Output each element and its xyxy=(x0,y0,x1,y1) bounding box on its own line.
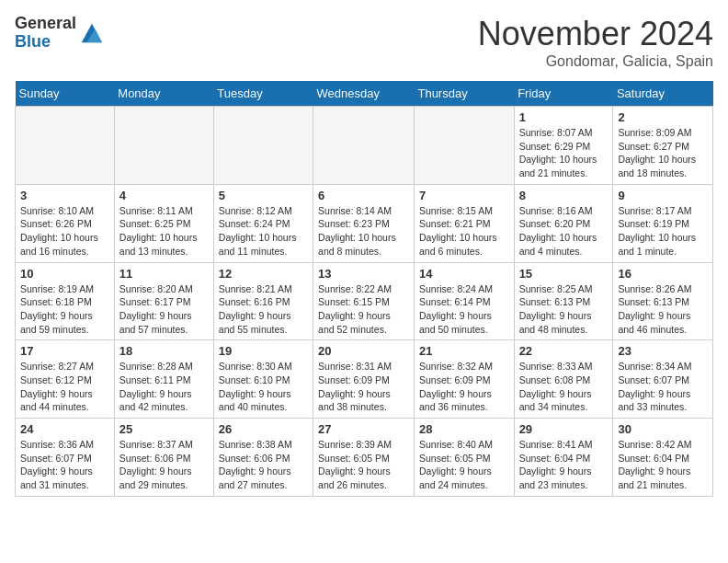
day-number: 12 xyxy=(219,267,308,281)
day-info: Sunrise: 8:11 AMSunset: 6:25 PMDaylight:… xyxy=(119,204,209,259)
day-number: 1 xyxy=(519,110,609,124)
day-info: Sunrise: 8:37 AMSunset: 6:06 PMDaylight:… xyxy=(119,438,209,492)
day-number: 17 xyxy=(20,344,109,358)
calendar-cell: 6Sunrise: 8:14 AMSunset: 6:23 PMDaylight… xyxy=(313,184,415,262)
calendar-cell: 25Sunrise: 8:37 AMSunset: 6:06 PMDayligh… xyxy=(114,419,213,497)
day-number: 18 xyxy=(119,344,209,358)
calendar-cell: 24Sunrise: 8:36 AMSunset: 6:07 PMDayligh… xyxy=(16,419,115,497)
calendar-cell: 22Sunrise: 8:33 AMSunset: 6:08 PMDayligh… xyxy=(514,340,613,419)
calendar-cell xyxy=(313,107,415,185)
day-number: 4 xyxy=(119,189,209,202)
month-title: November 2024 xyxy=(478,15,713,53)
calendar-cell: 28Sunrise: 8:40 AMSunset: 6:05 PMDayligh… xyxy=(414,419,514,497)
calendar-cell: 9Sunrise: 8:17 AMSunset: 6:19 PMDaylight… xyxy=(613,184,713,262)
day-info: Sunrise: 8:25 AMSunset: 6:13 PMDaylight:… xyxy=(519,282,609,337)
calendar-cell: 5Sunrise: 8:12 AMSunset: 6:24 PMDaylight… xyxy=(213,184,313,262)
calendar-cell: 16Sunrise: 8:26 AMSunset: 6:13 PMDayligh… xyxy=(613,262,713,340)
day-info: Sunrise: 8:28 AMSunset: 6:11 PMDaylight:… xyxy=(119,360,209,414)
day-number: 13 xyxy=(318,267,409,281)
calendar-cell: 10Sunrise: 8:19 AMSunset: 6:18 PMDayligh… xyxy=(16,262,115,340)
calendar-week-2: 3Sunrise: 8:10 AMSunset: 6:26 PMDaylight… xyxy=(16,184,713,262)
day-number: 2 xyxy=(618,110,708,124)
logo-general: General xyxy=(15,15,76,33)
day-number: 27 xyxy=(318,422,409,436)
calendar-cell xyxy=(114,107,213,185)
day-number: 14 xyxy=(419,267,509,281)
day-info: Sunrise: 8:41 AMSunset: 6:04 PMDaylight:… xyxy=(519,438,609,492)
weekday-header-sunday: Sunday xyxy=(16,81,115,107)
day-number: 24 xyxy=(20,422,109,436)
day-info: Sunrise: 8:07 AMSunset: 6:29 PMDaylight:… xyxy=(519,126,609,180)
logo: General Blue xyxy=(15,15,104,52)
calendar-cell: 7Sunrise: 8:15 AMSunset: 6:21 PMDaylight… xyxy=(414,184,514,262)
day-number: 26 xyxy=(219,422,308,436)
calendar-cell: 2Sunrise: 8:09 AMSunset: 6:27 PMDaylight… xyxy=(613,107,713,185)
day-info: Sunrise: 8:10 AMSunset: 6:26 PMDaylight:… xyxy=(20,204,109,259)
weekday-header-saturday: Saturday xyxy=(613,81,713,107)
day-info: Sunrise: 8:40 AMSunset: 6:05 PMDaylight:… xyxy=(419,438,509,492)
day-number: 19 xyxy=(219,344,308,358)
day-info: Sunrise: 8:33 AMSunset: 6:08 PMDaylight:… xyxy=(519,360,609,414)
calendar-cell: 30Sunrise: 8:42 AMSunset: 6:04 PMDayligh… xyxy=(613,419,713,497)
location: Gondomar, Galicia, Spain xyxy=(478,53,713,70)
day-info: Sunrise: 8:39 AMSunset: 6:05 PMDaylight:… xyxy=(318,438,409,492)
calendar-cell xyxy=(16,107,115,185)
day-number: 30 xyxy=(618,422,708,436)
day-number: 3 xyxy=(20,189,109,202)
calendar-header-row: SundayMondayTuesdayWednesdayThursdayFrid… xyxy=(16,81,713,107)
day-number: 7 xyxy=(419,189,509,202)
calendar-cell: 15Sunrise: 8:25 AMSunset: 6:13 PMDayligh… xyxy=(514,262,613,340)
calendar-cell: 19Sunrise: 8:30 AMSunset: 6:10 PMDayligh… xyxy=(213,340,313,419)
day-number: 29 xyxy=(519,422,609,436)
day-info: Sunrise: 8:09 AMSunset: 6:27 PMDaylight:… xyxy=(618,126,708,180)
weekday-header-tuesday: Tuesday xyxy=(213,81,313,107)
day-number: 20 xyxy=(318,344,409,358)
day-info: Sunrise: 8:34 AMSunset: 6:07 PMDaylight:… xyxy=(618,360,708,414)
day-info: Sunrise: 8:17 AMSunset: 6:19 PMDaylight:… xyxy=(618,204,708,259)
day-info: Sunrise: 8:42 AMSunset: 6:04 PMDaylight:… xyxy=(618,438,708,492)
day-number: 11 xyxy=(119,267,209,281)
day-info: Sunrise: 8:22 AMSunset: 6:15 PMDaylight:… xyxy=(318,282,409,337)
day-number: 21 xyxy=(419,344,509,358)
weekday-header-friday: Friday xyxy=(514,81,613,107)
day-info: Sunrise: 8:24 AMSunset: 6:14 PMDaylight:… xyxy=(419,282,509,337)
day-number: 8 xyxy=(519,189,609,202)
calendar-cell: 29Sunrise: 8:41 AMSunset: 6:04 PMDayligh… xyxy=(514,419,613,497)
calendar-cell: 12Sunrise: 8:21 AMSunset: 6:16 PMDayligh… xyxy=(213,262,313,340)
day-info: Sunrise: 8:38 AMSunset: 6:06 PMDaylight:… xyxy=(219,438,308,492)
day-number: 15 xyxy=(519,267,609,281)
calendar-cell xyxy=(414,107,514,185)
calendar-cell: 1Sunrise: 8:07 AMSunset: 6:29 PMDaylight… xyxy=(514,107,613,185)
day-number: 9 xyxy=(618,189,708,202)
day-info: Sunrise: 8:14 AMSunset: 6:23 PMDaylight:… xyxy=(318,204,409,259)
day-info: Sunrise: 8:31 AMSunset: 6:09 PMDaylight:… xyxy=(318,360,409,414)
logo-blue: Blue xyxy=(15,33,76,52)
calendar-cell: 4Sunrise: 8:11 AMSunset: 6:25 PMDaylight… xyxy=(114,184,213,262)
calendar-cell: 26Sunrise: 8:38 AMSunset: 6:06 PMDayligh… xyxy=(213,419,313,497)
day-info: Sunrise: 8:21 AMSunset: 6:16 PMDaylight:… xyxy=(219,282,308,337)
logo-icon xyxy=(78,20,104,46)
calendar-cell xyxy=(213,107,313,185)
calendar-cell: 14Sunrise: 8:24 AMSunset: 6:14 PMDayligh… xyxy=(414,262,514,340)
day-info: Sunrise: 8:19 AMSunset: 6:18 PMDaylight:… xyxy=(20,282,109,337)
day-number: 10 xyxy=(20,267,109,281)
title-section: November 2024 Gondomar, Galicia, Spain xyxy=(478,15,713,70)
calendar-cell: 3Sunrise: 8:10 AMSunset: 6:26 PMDaylight… xyxy=(16,184,115,262)
day-info: Sunrise: 8:30 AMSunset: 6:10 PMDaylight:… xyxy=(219,360,308,414)
day-info: Sunrise: 8:12 AMSunset: 6:24 PMDaylight:… xyxy=(219,204,308,259)
calendar: SundayMondayTuesdayWednesdayThursdayFrid… xyxy=(15,81,713,497)
day-info: Sunrise: 8:36 AMSunset: 6:07 PMDaylight:… xyxy=(20,438,109,492)
calendar-week-1: 1Sunrise: 8:07 AMSunset: 6:29 PMDaylight… xyxy=(16,107,713,185)
day-number: 6 xyxy=(318,189,409,202)
calendar-cell: 17Sunrise: 8:27 AMSunset: 6:12 PMDayligh… xyxy=(16,340,115,419)
day-info: Sunrise: 8:16 AMSunset: 6:20 PMDaylight:… xyxy=(519,204,609,259)
calendar-week-3: 10Sunrise: 8:19 AMSunset: 6:18 PMDayligh… xyxy=(16,262,713,340)
day-number: 16 xyxy=(618,267,708,281)
calendar-week-4: 17Sunrise: 8:27 AMSunset: 6:12 PMDayligh… xyxy=(16,340,713,419)
weekday-header-thursday: Thursday xyxy=(414,81,514,107)
day-info: Sunrise: 8:15 AMSunset: 6:21 PMDaylight:… xyxy=(419,204,509,259)
weekday-header-monday: Monday xyxy=(114,81,213,107)
calendar-cell: 18Sunrise: 8:28 AMSunset: 6:11 PMDayligh… xyxy=(114,340,213,419)
day-number: 5 xyxy=(219,189,308,202)
weekday-header-wednesday: Wednesday xyxy=(313,81,415,107)
